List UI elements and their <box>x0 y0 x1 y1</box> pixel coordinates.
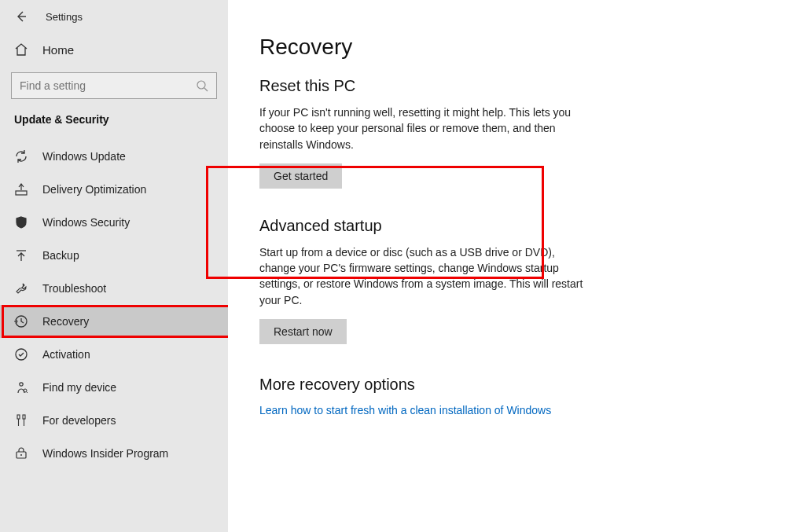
nav-item-recovery[interactable]: Recovery <box>0 305 228 338</box>
nav-item-find-my-device[interactable]: Find my device <box>0 371 228 404</box>
restart-now-button[interactable]: Restart now <box>259 319 347 344</box>
nav-list: Windows UpdateDelivery OptimizationWindo… <box>0 140 228 470</box>
reset-heading: Reset this PC <box>259 77 590 95</box>
recovery-icon <box>14 314 28 328</box>
app-root: Settings Home Update & Security Windows … <box>0 0 805 532</box>
nav-item-label: Delivery Optimization <box>42 183 146 196</box>
nav-item-for-developers[interactable]: For developers <box>0 404 228 437</box>
advanced-body: Start up from a device or disc (such as … <box>259 244 590 308</box>
section-more: More recovery options Learn how to start… <box>259 376 590 417</box>
advanced-heading: Advanced startup <box>259 217 590 235</box>
search-box[interactable] <box>11 72 217 99</box>
nav-item-backup[interactable]: Backup <box>0 239 228 272</box>
learn-link[interactable]: Learn how to start fresh with a clean in… <box>259 404 551 416</box>
svg-point-6 <box>16 349 27 360</box>
developers-icon <box>14 413 28 427</box>
nav-item-label: Troubleshoot <box>42 282 106 295</box>
nav-item-label: Recovery <box>42 315 89 328</box>
nav-item-label: For developers <box>42 414 116 427</box>
nav-item-windows-update[interactable]: Windows Update <box>0 140 228 173</box>
nav-item-troubleshoot[interactable]: Troubleshoot <box>0 272 228 305</box>
header-title: Settings <box>46 11 83 23</box>
section-advanced: Advanced startup Start up from a device … <box>259 217 590 344</box>
nav-item-label: Windows Update <box>42 150 126 163</box>
delivery-icon <box>14 182 28 196</box>
nav-item-label: Activation <box>42 348 90 361</box>
svg-rect-11 <box>23 415 25 419</box>
sidebar: Settings Home Update & Security Windows … <box>0 0 228 532</box>
insider-icon <box>14 446 28 460</box>
nav-item-label: Windows Security <box>42 216 130 229</box>
nav-item-label: Windows Insider Program <box>42 447 168 460</box>
nav-item-windows-insider-program[interactable]: Windows Insider Program <box>0 437 228 470</box>
home-icon <box>14 42 28 57</box>
svg-rect-3 <box>16 191 27 195</box>
svg-line-9 <box>27 392 28 394</box>
reset-body: If your PC isn't running well, resetting… <box>259 105 590 152</box>
activation-icon <box>14 347 28 361</box>
svg-point-15 <box>20 454 22 456</box>
svg-rect-10 <box>17 415 20 419</box>
highlight-nav-box <box>2 305 230 338</box>
sync-icon <box>14 149 28 163</box>
nav-item-delivery-optimization[interactable]: Delivery Optimization <box>0 173 228 206</box>
backup-icon <box>14 248 28 262</box>
shield-icon <box>14 215 28 229</box>
category-label: Update & Security <box>0 110 228 134</box>
get-started-button[interactable]: Get started <box>259 163 342 189</box>
search-input[interactable] <box>20 79 196 92</box>
nav-item-label: Find my device <box>42 381 116 394</box>
home-label: Home <box>42 43 74 57</box>
more-heading: More recovery options <box>259 376 590 394</box>
svg-point-1 <box>197 81 205 89</box>
back-icon[interactable] <box>14 9 28 24</box>
home-button[interactable]: Home <box>0 35 228 64</box>
content: Recovery Reset this PC If your PC isn't … <box>228 0 805 532</box>
nav-item-label: Backup <box>42 249 79 262</box>
nav-item-activation[interactable]: Activation <box>0 338 228 371</box>
troubleshoot-icon <box>14 281 28 295</box>
search-icon <box>196 79 208 92</box>
findmydevice-icon <box>14 380 28 394</box>
svg-line-2 <box>204 88 208 91</box>
nav-item-windows-security[interactable]: Windows Security <box>0 206 228 239</box>
svg-point-7 <box>20 383 23 386</box>
section-reset: Reset this PC If your PC isn't running w… <box>259 77 590 189</box>
header: Settings <box>0 8 228 35</box>
page-title: Recovery <box>259 35 774 60</box>
